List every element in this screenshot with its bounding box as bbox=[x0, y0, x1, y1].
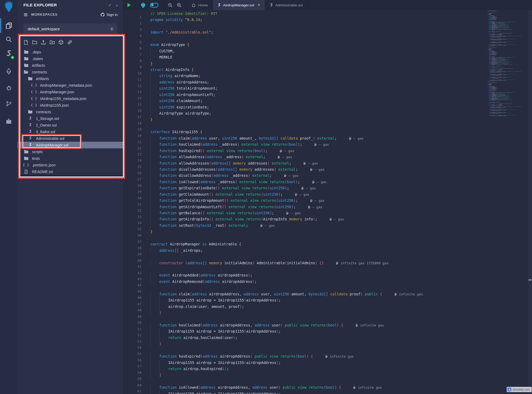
tree-item-partial bbox=[18, 175, 123, 178]
tree-item[interactable]: artifacts bbox=[18, 62, 123, 69]
chevron-right-icon[interactable]: › bbox=[116, 3, 118, 8]
json-icon: { } bbox=[31, 83, 37, 87]
code-editor[interactable]: 1 2 3 4 5 6 7 8 9 10 11 12 13 14 15 16 1… bbox=[123, 10, 528, 394]
tree-item-label: scripts bbox=[32, 150, 43, 154]
page-title: FILE EXPLORER bbox=[23, 3, 104, 7]
rail-item-deploy-run-icon[interactable] bbox=[0, 66, 18, 77]
tree-item[interactable]: AirdropManager.sol bbox=[18, 142, 123, 148]
panel-header: FILE EXPLORER ✓ › bbox=[18, 0, 123, 10]
tree-item-label: .states bbox=[32, 57, 43, 61]
gas-estimate: – gas bbox=[278, 155, 292, 159]
tree-item[interactable]: artifacts bbox=[18, 75, 123, 82]
tree-item-label: contracts bbox=[32, 70, 47, 74]
file-explorer-panel: FILE EXPLORER ✓ › WORKSPACES Sign in def… bbox=[18, 0, 123, 394]
annotely-label: annotely.com bbox=[513, 388, 530, 391]
tab-Administrable.sol[interactable]: Administrable.sol bbox=[265, 0, 308, 10]
tree-item[interactable]: 1_Storage.sol bbox=[18, 115, 123, 122]
github-icon bbox=[100, 12, 105, 17]
tree-item[interactable]: README.txt bbox=[18, 168, 123, 175]
json-icon: { } bbox=[31, 90, 37, 94]
open-file-tabs: AirdropManager.sol×Administrable.sol bbox=[213, 0, 308, 10]
tree-item-label: AirdropManager.json bbox=[40, 90, 74, 94]
tree-item-label: 3_Ballot.sol bbox=[36, 130, 55, 134]
zoom-out-icon[interactable] bbox=[168, 3, 173, 8]
tree-item[interactable]: .states bbox=[18, 55, 123, 62]
gas-estimate: infinite gas bbox=[394, 292, 423, 296]
tree-item-label: README.txt bbox=[32, 170, 53, 174]
tab-home[interactable]: Home bbox=[187, 0, 213, 10]
tree-item-label: AirdropManager.sol bbox=[36, 143, 68, 147]
rail-item-file-explorer-icon[interactable] bbox=[0, 20, 18, 31]
gas-estimate: – gas bbox=[303, 161, 318, 165]
tree-item-label: IAirdrop1155_metadata.json bbox=[40, 97, 86, 101]
activity-rail: ✓ bbox=[0, 0, 18, 394]
tree-item-label: .prettierrc.json bbox=[32, 163, 56, 167]
gas-estimate: infinite gas 1735800 gas bbox=[336, 261, 389, 265]
gas-estimate: infinite gas bbox=[353, 385, 382, 389]
gas-estimate: infinite gas bbox=[356, 323, 384, 327]
rail-item-debugger-icon[interactable] bbox=[0, 82, 18, 93]
gas-estimate: – gas bbox=[310, 199, 325, 203]
tree-item[interactable]: scripts bbox=[18, 148, 123, 155]
close-icon[interactable]: × bbox=[258, 3, 260, 7]
workspace-name: default_workspace bbox=[28, 27, 110, 31]
solidity-file-icon bbox=[218, 3, 221, 7]
link-icon[interactable] bbox=[67, 40, 72, 45]
tree-item[interactable]: { }AirdropManager_metadata.json bbox=[18, 82, 123, 89]
rail-item-remix-logo-icon[interactable] bbox=[0, 2, 18, 12]
rail-item-learneth-icon[interactable] bbox=[0, 116, 18, 127]
publish-box-icon[interactable] bbox=[58, 40, 64, 45]
tab-label: Administrable.sol bbox=[275, 3, 303, 7]
tree-item[interactable]: contracts bbox=[18, 69, 123, 75]
check-icon[interactable]: ✓ bbox=[108, 3, 112, 7]
tree-item-label: Administrable.sol bbox=[36, 136, 64, 141]
workspace-switch-icon[interactable] bbox=[110, 27, 114, 31]
sol-icon bbox=[27, 123, 33, 127]
rail-item-solidity-compiler-icon[interactable]: ✓ bbox=[0, 48, 18, 59]
tree-item[interactable]: { }IAirdrop1155.json bbox=[18, 102, 123, 108]
new-folder-icon[interactable] bbox=[32, 40, 37, 45]
tree-item[interactable]: 2_Owner.sol bbox=[18, 122, 123, 128]
theme-toggle-icon[interactable] bbox=[150, 3, 158, 7]
assistant-segment bbox=[136, 0, 163, 10]
minimap[interactable]: // SPDX-License-Identifier: MITpragma so… bbox=[488, 10, 528, 117]
folder-icon bbox=[23, 57, 29, 61]
tree-item[interactable]: { }AirdropManager.json bbox=[18, 89, 123, 95]
tree-item[interactable]: Administrable.sol bbox=[18, 135, 123, 142]
file-icon bbox=[23, 170, 29, 174]
sol-icon bbox=[27, 116, 33, 120]
sign-in-button[interactable]: Sign in bbox=[100, 12, 118, 17]
folder-icon bbox=[23, 156, 29, 160]
zoom-in-icon[interactable] bbox=[177, 3, 182, 8]
tree-item-label: .deps bbox=[32, 50, 41, 54]
tree-item[interactable]: contracts bbox=[18, 108, 123, 115]
rail-item-git-icon[interactable] bbox=[0, 98, 18, 109]
tree-item[interactable]: .deps bbox=[18, 49, 123, 55]
scrollbar-track[interactable] bbox=[528, 10, 532, 394]
new-file-icon[interactable] bbox=[23, 40, 28, 45]
gas-estimate: – gas bbox=[301, 186, 316, 190]
tab-label: AirdropManager.sol bbox=[223, 3, 254, 7]
sol-icon bbox=[27, 143, 33, 147]
folder-open-icon bbox=[23, 70, 29, 74]
gas-estimate: – gas bbox=[349, 136, 364, 140]
json-icon: { } bbox=[31, 97, 37, 100]
ai-assistant-icon[interactable] bbox=[140, 2, 146, 8]
run-icon[interactable] bbox=[127, 3, 131, 7]
annotely-watermark: A annotely.com bbox=[507, 387, 532, 392]
sol-icon bbox=[27, 130, 33, 134]
tree-item[interactable]: tests bbox=[18, 155, 123, 162]
code-content[interactable]: // SPDX-License-Identifier: MITpragma so… bbox=[150, 11, 423, 394]
tab-AirdropManager.sol[interactable]: AirdropManager.sol× bbox=[213, 0, 265, 10]
tree-item-label: AirdropManager_metadata.json bbox=[40, 83, 92, 87]
folder-icon bbox=[27, 77, 33, 81]
scrollbar-marker[interactable] bbox=[528, 279, 531, 280]
rail-item-search-icon[interactable] bbox=[0, 34, 18, 45]
workspace-select[interactable]: default_workspace bbox=[23, 23, 117, 35]
upload-file-icon[interactable] bbox=[41, 40, 46, 45]
tree-item[interactable]: { }.prettierrc.json bbox=[18, 162, 123, 168]
tree-item[interactable]: 3_Ballot.sol bbox=[18, 128, 123, 135]
upload-folder-icon[interactable] bbox=[50, 40, 55, 45]
tree-item[interactable]: { }IAirdrop1155_metadata.json bbox=[18, 95, 123, 102]
hamburger-menu-icon[interactable] bbox=[23, 12, 28, 17]
